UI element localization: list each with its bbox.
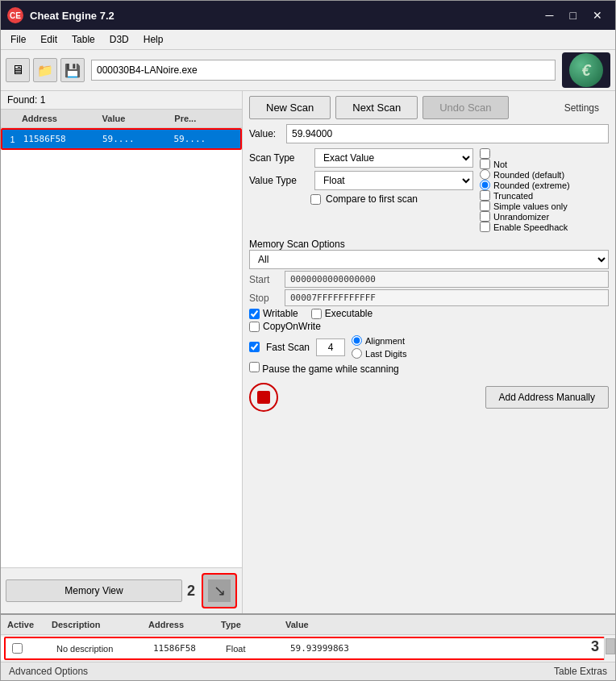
- scan-buttons-row: New Scan Next Scan Undo Scan Settings: [249, 96, 609, 119]
- rounded-default-label: Rounded (default): [493, 170, 564, 180]
- writable-row: Writable: [249, 308, 298, 319]
- close-button[interactable]: ✕: [586, 7, 609, 23]
- scan-list-row[interactable]: 1 11586F58 59.... 59....: [1, 128, 242, 150]
- rounded-default-radio[interactable]: [480, 169, 490, 180]
- speedhack-row: Enable Speedhack: [480, 222, 609, 232]
- not-checkbox[interactable]: [480, 159, 490, 169]
- minimize-button[interactable]: ─: [539, 7, 560, 23]
- row-number: 1: [2, 135, 19, 144]
- menu-help[interactable]: Help: [137, 31, 170, 48]
- start-input[interactable]: [285, 271, 609, 288]
- menu-file[interactable]: File: [4, 31, 32, 48]
- lua-formula-checkbox[interactable]: [480, 148, 490, 159]
- last-digits-radio[interactable]: [352, 348, 362, 359]
- scan-type-row: Scan Type Exact Value Bigger than... Sma…: [249, 148, 473, 168]
- truncated-checkbox[interactable]: [480, 190, 490, 201]
- memory-view-button[interactable]: Memory View: [6, 579, 182, 602]
- fast-scan-checkbox[interactable]: [249, 342, 260, 352]
- bt-addr-cell: 11586F58: [147, 642, 219, 655]
- value-type-row: Value Type Float Double 4 Bytes: [249, 171, 473, 190]
- advanced-options-button[interactable]: Advanced Options: [9, 666, 88, 677]
- badge-3: 3: [591, 638, 599, 655]
- rounded-extreme-row: Rounded (extreme): [480, 180, 609, 190]
- writable-checkbox[interactable]: [249, 309, 260, 319]
- cow-row: CopyOnWrite: [249, 321, 609, 332]
- start-row: Start: [249, 271, 609, 288]
- badge-2: 2: [187, 583, 195, 600]
- rounded-extreme-radio[interactable]: [480, 180, 490, 190]
- toolbar-screen-btn[interactable]: 🖥: [6, 58, 30, 82]
- scan-type-section: Scan Type Exact Value Bigger than... Sma…: [249, 148, 609, 232]
- settings-button[interactable]: Settings: [555, 98, 609, 118]
- stop-button[interactable]: [249, 383, 278, 412]
- pause-label: Pause the game while scanning: [262, 363, 398, 375]
- title-bar: CE Cheat Engine 7.2 ─ □ ✕: [1, 1, 615, 30]
- menu-table[interactable]: Table: [65, 31, 102, 48]
- truncated-label: Truncated: [493, 191, 533, 201]
- scan-type-left: Scan Type Exact Value Bigger than... Sma…: [249, 148, 473, 232]
- value-input[interactable]: [286, 124, 609, 143]
- scrollbar[interactable]: [604, 637, 615, 660]
- fast-scan-row: Fast Scan Alignment Last Digits: [249, 335, 609, 359]
- copy-on-write-row: CopyOnWrite: [249, 321, 321, 332]
- menu-edit[interactable]: Edit: [34, 31, 64, 48]
- memory-region-select[interactable]: All Heap Stack: [249, 250, 609, 269]
- memory-scan-section: Memory Scan Options All Heap Stack Start…: [249, 237, 609, 375]
- undo-scan-button[interactable]: Undo Scan: [422, 96, 508, 119]
- arrow-icon: ↘: [208, 579, 231, 602]
- executable-row: Executable: [311, 308, 373, 319]
- bt-col-active: Active: [1, 618, 45, 631]
- bottom-table-row[interactable]: No description 11586F58 Float 59.9399986…: [4, 637, 612, 660]
- menu-bar: File Edit Table D3D Help: [1, 30, 615, 50]
- copy-on-write-checkbox[interactable]: [249, 322, 260, 332]
- title-bar-controls: ─ □ ✕: [539, 7, 609, 23]
- fast-scan-input[interactable]: [316, 338, 345, 356]
- table-extras-button[interactable]: Table Extras: [554, 666, 607, 677]
- scrollbar-thumb[interactable]: [606, 638, 615, 654]
- value-type-label: Value Type: [249, 175, 310, 186]
- speedhack-checkbox[interactable]: [480, 222, 490, 232]
- rounded-extreme-label: Rounded (extreme): [493, 181, 570, 190]
- arrow-button[interactable]: ↘: [202, 573, 237, 608]
- row-value: 59....: [98, 132, 169, 146]
- unrandomizer-row: Unrandomizer: [480, 211, 609, 222]
- toolbar-save-btn[interactable]: 💾: [60, 58, 85, 82]
- next-scan-button[interactable]: Next Scan: [335, 96, 418, 119]
- alignment-radio[interactable]: [352, 335, 362, 346]
- bt-active-checkbox[interactable]: [12, 643, 23, 654]
- add-address-button[interactable]: Add Address Manually: [485, 386, 609, 409]
- stop-input[interactable]: [285, 289, 609, 306]
- executable-checkbox[interactable]: [311, 309, 322, 319]
- unrandomizer-checkbox[interactable]: [480, 211, 490, 222]
- last-digits-row: Last Digits: [352, 348, 406, 359]
- menu-d3d[interactable]: D3D: [103, 31, 135, 48]
- scan-list-header: Address Value Pre...: [1, 110, 242, 128]
- bt-col-value: Value: [279, 618, 615, 631]
- compare-first-checkbox[interactable]: [310, 194, 321, 205]
- simple-values-checkbox[interactable]: [480, 201, 490, 211]
- bottom-table-body: No description 11586F58 Float 59.9399986…: [1, 637, 615, 660]
- toolbar: 🖥 📁 💾 000030B4-LANoire.exe €: [1, 50, 615, 91]
- executable-label: Executable: [325, 308, 373, 319]
- bottom-table-header: Active Description Address Type Value: [1, 615, 615, 635]
- pause-row: Pause the game while scanning: [249, 362, 609, 375]
- value-type-select[interactable]: Float Double 4 Bytes: [314, 171, 473, 190]
- stop-label: Stop: [249, 293, 280, 304]
- stop-row: Stop: [249, 289, 609, 306]
- col-value: Value: [98, 112, 170, 125]
- scan-type-select[interactable]: Exact Value Bigger than... Smaller than.…: [314, 148, 473, 168]
- process-name: 000030B4-LANoire.exe: [97, 64, 198, 76]
- compare-first-label: Compare to first scan: [326, 193, 418, 205]
- not-label: Not: [493, 160, 507, 169]
- found-bar: Found: 1: [1, 91, 242, 110]
- window-title: Cheat Engine 7.2: [30, 10, 114, 22]
- logo-area: €: [562, 52, 610, 88]
- main-content: Found: 1 Address Value Pre... 1 11586F58…: [1, 91, 615, 613]
- pause-checkbox[interactable]: [249, 362, 260, 372]
- compare-row: Compare to first scan: [249, 193, 473, 205]
- maximize-button[interactable]: □: [564, 7, 583, 23]
- writable-label: Writable: [263, 308, 298, 319]
- new-scan-button[interactable]: New Scan: [249, 96, 331, 119]
- footer: Advanced Options Table Extras: [1, 662, 615, 680]
- toolbar-folder-btn[interactable]: 📁: [33, 58, 57, 82]
